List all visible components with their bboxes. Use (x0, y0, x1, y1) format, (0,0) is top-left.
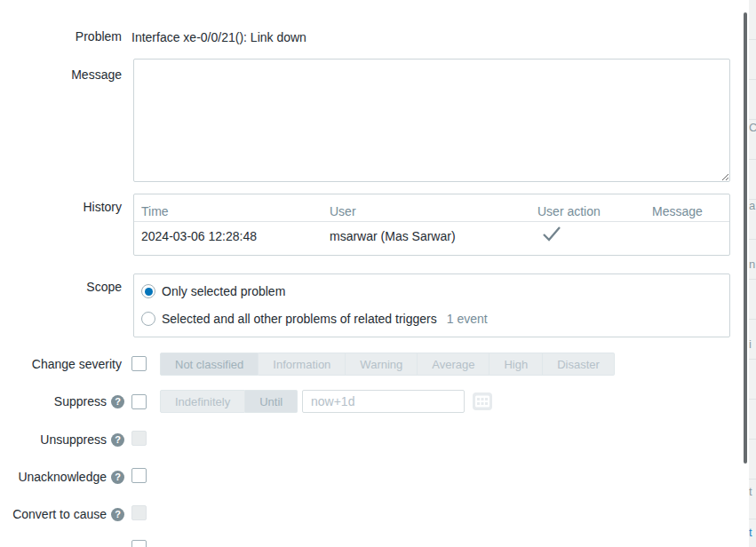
suppress-until-button[interactable]: Until (245, 390, 298, 413)
severity-information-button[interactable]: Information (259, 353, 346, 376)
scope-box: Only selected problem Selected and all o… (133, 274, 730, 337)
unsuppress-label: Unsuppress (40, 432, 107, 447)
suppress-checkbox[interactable] (131, 394, 147, 409)
background-page-fragment: C (749, 121, 756, 134)
suppress-mode-segmented-control: Indefinitely Until (160, 390, 298, 413)
severity-not-classified-button[interactable]: Not classified (160, 353, 259, 376)
background-page-fragment: t (749, 526, 752, 539)
change-severity-label: Change severity (32, 358, 122, 371)
radio-selected-icon[interactable] (141, 284, 155, 298)
suppress-label-group: Suppress ? (54, 394, 124, 408)
severity-segmented-control: Not classified Information Warning Avera… (160, 353, 615, 376)
help-icon[interactable]: ? (111, 433, 124, 447)
suppress-until-input[interactable] (302, 390, 465, 413)
severity-disaster-button[interactable]: Disaster (543, 353, 615, 376)
change-severity-checkbox[interactable] (131, 356, 147, 371)
convert-to-cause-label-group: Convert to cause ? (12, 507, 124, 521)
event-count-link[interactable]: 1 event (447, 312, 488, 326)
convert-to-cause-checkbox (131, 505, 147, 520)
convert-to-cause-label: Convert to cause (12, 507, 107, 521)
scope-option-label: Only selected problem (162, 284, 285, 298)
background-page-fragment: i (749, 337, 752, 351)
severity-warning-button[interactable]: Warning (346, 353, 418, 376)
problem-value: Interface xe-0/0/21(): Link down (131, 30, 306, 44)
help-icon[interactable]: ? (111, 471, 124, 484)
scope-label: Scope (86, 281, 122, 294)
help-icon[interactable]: ? (111, 508, 124, 521)
background-page-fragment: n (749, 258, 755, 271)
radio-unselected-icon[interactable] (141, 312, 155, 326)
background-page-fragment: a (749, 199, 755, 212)
scope-option-related-triggers[interactable]: Selected and all other problems of relat… (141, 312, 488, 326)
history-col-user-action: User action (537, 204, 601, 218)
scope-option-only-selected[interactable]: Only selected problem (141, 284, 285, 298)
history-cell-time: 2024-03-06 12:28:48 (141, 229, 257, 243)
user-action-checkmark-icon (541, 225, 562, 242)
message-textarea[interactable] (133, 59, 730, 182)
history-col-time: Time (141, 204, 169, 218)
history-cell-user: msarwar (Mas Sarwar) (330, 229, 456, 243)
partially-visible-checkbox[interactable] (131, 540, 147, 547)
dialog-scrollbar-thumb[interactable] (744, 12, 747, 464)
unsuppress-label-group: Unsuppress ? (40, 432, 124, 447)
background-page-strip: C a n i t t (749, 0, 756, 547)
problem-label: Problem (76, 30, 122, 44)
unacknowledge-label-group: Unacknowledge ? (18, 470, 124, 484)
history-col-message: Message (652, 204, 703, 218)
background-page-fragment: t (749, 485, 752, 498)
history-label: History (83, 201, 122, 214)
suppress-indefinitely-button[interactable]: Indefinitely (160, 390, 245, 413)
unacknowledge-checkbox[interactable] (131, 468, 147, 483)
unacknowledge-label: Unacknowledge (18, 470, 107, 484)
suppress-label: Suppress (54, 394, 107, 408)
history-table: Time User User action Message 2024-03-06… (133, 194, 730, 256)
calendar-icon[interactable] (471, 392, 494, 413)
history-header-divider (134, 221, 729, 222)
severity-high-button[interactable]: High (489, 353, 543, 376)
scope-option-label: Selected and all other problems of relat… (162, 312, 437, 326)
history-col-user: User (330, 204, 356, 218)
unsuppress-checkbox (131, 431, 147, 446)
message-label: Message (71, 68, 122, 82)
severity-average-button[interactable]: Average (418, 353, 489, 376)
help-icon[interactable]: ? (111, 395, 124, 408)
